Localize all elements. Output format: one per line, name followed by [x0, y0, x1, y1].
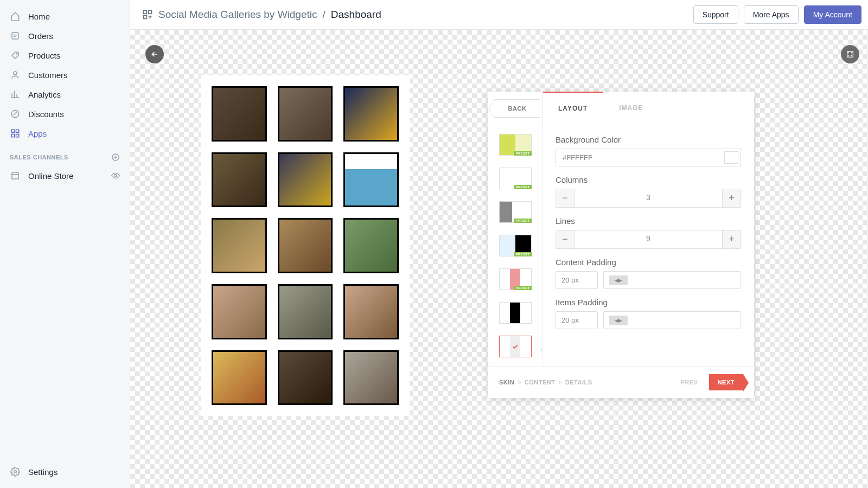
preset-item[interactable]: PRESET — [499, 134, 532, 156]
main: Social Media Galleries by Widgetic / Das… — [130, 0, 868, 488]
gallery-thumb[interactable] — [278, 284, 333, 339]
gallery-thumb[interactable] — [212, 218, 267, 273]
gallery-thumb[interactable] — [343, 284, 399, 339]
content-padding-value[interactable] — [556, 271, 598, 289]
panel-tabs: LAYOUT IMAGE — [542, 92, 754, 125]
bg-color-label: Background Color — [556, 135, 741, 144]
breadcrumb-app[interactable]: Social Media Galleries by Widgetic — [158, 9, 317, 21]
gallery-thumb[interactable] — [343, 218, 399, 273]
columns-value: 3 — [575, 189, 722, 207]
home-icon — [10, 11, 21, 22]
step-skin[interactable]: SKIN — [499, 379, 514, 386]
more-apps-button[interactable]: More Apps — [744, 5, 799, 24]
gallery-thumb[interactable] — [343, 86, 399, 142]
preset-item[interactable] — [499, 302, 532, 324]
breadcrumb-page: Dashboard — [331, 9, 381, 21]
items-padding-label: Items Padding — [556, 298, 741, 307]
breadcrumb-sep: / — [323, 9, 326, 21]
canvas-back-button[interactable] — [145, 45, 164, 63]
prev-button[interactable]: PREV — [673, 374, 706, 390]
svg-rect-6 — [11, 134, 14, 137]
svg-point-1 — [16, 53, 17, 54]
gallery-thumb[interactable] — [278, 152, 333, 208]
svg-rect-4 — [11, 130, 14, 132]
preset-item[interactable]: PRESET — [499, 268, 532, 290]
gallery-thumb[interactable] — [212, 284, 267, 339]
svg-point-9 — [114, 175, 117, 177]
svg-rect-0 — [12, 33, 18, 39]
nav-analytics[interactable]: Analytics — [0, 85, 130, 104]
gallery-thumb[interactable] — [343, 350, 399, 406]
content-padding-slider[interactable]: ◀▶ — [603, 271, 741, 289]
tab-layout[interactable]: LAYOUT — [542, 92, 603, 125]
gallery-thumb[interactable] — [278, 218, 333, 273]
gallery-thumb[interactable] — [212, 350, 267, 406]
orders-icon — [10, 30, 21, 41]
canvas-expand-button[interactable] — [841, 45, 859, 63]
nav-label: Customers — [28, 70, 68, 80]
svg-point-10 — [14, 471, 17, 473]
lines-value: 9 — [575, 230, 722, 248]
nav-label: Settings — [28, 467, 58, 477]
nav-label: Discounts — [28, 110, 64, 119]
nav-label: Products — [28, 51, 60, 60]
items-padding-value[interactable] — [556, 311, 598, 329]
breadcrumb: Social Media Galleries by Widgetic / Das… — [158, 9, 381, 21]
lines-increment[interactable]: + — [722, 230, 741, 248]
columns-decrement[interactable]: − — [556, 189, 575, 207]
lines-decrement[interactable]: − — [556, 230, 575, 248]
preset-item[interactable]: PRESET — [499, 201, 532, 223]
nav-label: Orders — [28, 31, 53, 41]
gallery-thumb[interactable] — [212, 86, 267, 142]
gallery-thumb[interactable] — [278, 350, 333, 406]
gear-icon — [10, 466, 21, 477]
panel-back-button[interactable]: BACK — [494, 99, 540, 118]
editor-panel: BACK LAYOUT IMAGE PRESET PRESET PRESET P… — [488, 92, 754, 398]
columns-increment[interactable]: + — [722, 189, 741, 207]
next-button[interactable]: NEXT — [709, 374, 743, 390]
layout-form: Background Color Columns − 3 + — [542, 125, 754, 366]
preset-item[interactable]: PRESET — [499, 168, 532, 189]
store-icon — [10, 170, 21, 181]
items-padding-slider[interactable]: ◀▶ — [603, 311, 741, 329]
gallery-thumb[interactable] — [278, 86, 333, 142]
content-padding-label: Content Padding — [556, 258, 741, 267]
nav-home[interactable]: Home — [0, 7, 130, 26]
nav-customers[interactable]: Customers — [0, 65, 130, 85]
nav-label: Online Store — [28, 171, 104, 181]
svg-rect-5 — [16, 130, 19, 132]
topbar: Social Media Galleries by Widgetic / Das… — [130, 0, 868, 30]
preset-item[interactable]: PRESET — [499, 235, 532, 256]
bg-color-input[interactable] — [556, 149, 741, 166]
sales-channels-header: SALES CHANNELS — [0, 143, 130, 166]
chevron-left-icon: ‹ — [540, 345, 542, 353]
gallery-thumb[interactable] — [343, 152, 399, 208]
bg-color-value[interactable] — [556, 149, 722, 166]
bg-color-swatch[interactable] — [724, 151, 738, 164]
eye-icon[interactable] — [111, 171, 120, 180]
apps-icon — [10, 128, 21, 139]
support-button[interactable]: Support — [693, 5, 738, 24]
apps-icon — [142, 9, 153, 20]
nav-products[interactable]: Products — [0, 46, 130, 65]
preset-item-selected[interactable] — [499, 336, 532, 357]
svg-rect-13 — [144, 16, 147, 19]
columns-label: Columns — [556, 175, 741, 184]
svg-rect-11 — [144, 11, 147, 14]
chart-icon — [10, 89, 21, 100]
nav-orders[interactable]: Orders — [0, 26, 130, 46]
nav-discounts[interactable]: Discounts — [0, 104, 130, 124]
tab-image[interactable]: IMAGE — [603, 92, 659, 125]
step-details[interactable]: DETAILS — [565, 379, 592, 386]
nav-settings[interactable]: Settings — [0, 462, 130, 488]
gallery-thumb[interactable] — [212, 152, 267, 208]
canvas: BACK LAYOUT IMAGE PRESET PRESET PRESET P… — [130, 30, 868, 488]
svg-point-2 — [14, 72, 17, 75]
step-content[interactable]: CONTENT — [525, 379, 556, 386]
my-account-button[interactable]: My Account — [804, 5, 861, 24]
nav-apps[interactable]: Apps — [0, 124, 130, 143]
nav-label: Home — [28, 12, 50, 21]
add-channel-icon[interactable] — [111, 153, 120, 162]
panel-footer: SKIN > CONTENT > DETAILS PREV NEXT — [488, 366, 754, 398]
nav-online-store[interactable]: Online Store — [0, 166, 130, 185]
